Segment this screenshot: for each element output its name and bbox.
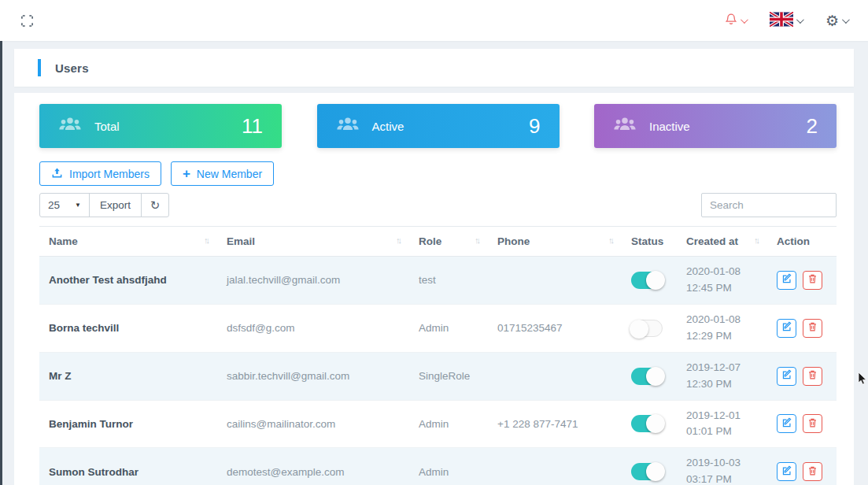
sort-icon[interactable]: ↑↓ [608, 235, 612, 245]
edit-user-button[interactable] [777, 271, 796, 290]
refresh-button[interactable]: ↻ [141, 193, 169, 217]
stat-label: Active [372, 120, 404, 133]
delete-user-button[interactable] [803, 319, 822, 338]
user-status-cell [622, 448, 677, 485]
collapsed-sidebar-strip [0, 0, 2, 485]
column-label: Status [631, 235, 663, 247]
page-size-select[interactable]: 25 ▼ [39, 193, 90, 217]
export-button[interactable]: Export [89, 193, 142, 217]
import-members-button[interactable]: Import Members [39, 161, 161, 186]
user-email-cell: dsfsdf@g.com [217, 304, 409, 352]
column-header-created[interactable]: Created at↑↓ [677, 227, 767, 257]
search-input[interactable] [701, 193, 837, 217]
edit-icon [781, 417, 792, 431]
users-table-body: Another Test ahsdfjahd jalal.techvill@gm… [39, 257, 837, 485]
new-member-label: New Member [197, 168, 262, 180]
delete-user-button[interactable] [803, 271, 822, 290]
delete-user-button[interactable] [803, 367, 822, 386]
bell-icon [725, 13, 737, 29]
table-row[interactable]: Benjamin Turnor cailins@mailinator.com A… [39, 400, 837, 448]
sort-icon[interactable]: ↑↓ [754, 235, 758, 245]
column-header-name[interactable]: Name↑↓ [39, 227, 217, 257]
new-member-button[interactable]: + New Member [171, 161, 274, 186]
created-date: 2019-12-07 [686, 360, 758, 376]
trash-icon [807, 273, 818, 287]
column-label: Phone [497, 235, 530, 247]
created-time: 12:30 PM [686, 376, 758, 393]
user-role-cell: test [409, 257, 488, 305]
sort-icon[interactable]: ↑↓ [396, 235, 400, 245]
user-role-cell: Admin [409, 400, 488, 448]
title-accent-bar [38, 59, 41, 76]
top-navbar: ⚙ [0, 0, 868, 41]
table-row[interactable]: Sumon Sutrodhar demotest@example.com Adm… [39, 448, 837, 485]
settings-dropdown[interactable]: ⚙ [826, 13, 848, 28]
user-action-cell [767, 257, 837, 305]
status-toggle[interactable] [631, 320, 663, 337]
stat-value: 9 [529, 114, 540, 139]
stat-card-active[interactable]: Active 9 [317, 104, 560, 148]
status-toggle[interactable] [631, 463, 663, 480]
column-header-email[interactable]: Email↑↓ [217, 227, 409, 257]
page-size-value: 25 [48, 199, 60, 211]
sort-icon[interactable]: ↑↓ [204, 235, 208, 245]
trash-icon [807, 321, 818, 335]
stat-card-total[interactable]: Total 11 [39, 104, 282, 148]
sort-icon[interactable]: ↑↓ [475, 235, 478, 245]
user-created-cell: 2019-12-07 12:30 PM [677, 352, 767, 400]
status-toggle[interactable] [631, 272, 663, 289]
table-row[interactable]: Mr Z sabbir.techvill@gmail.com SingleRol… [39, 352, 837, 400]
notifications-dropdown[interactable] [725, 13, 746, 29]
edit-user-button[interactable] [777, 462, 796, 481]
member-actions-row: Import Members + New Member [39, 161, 837, 186]
language-dropdown[interactable] [770, 12, 802, 30]
status-toggle[interactable] [631, 368, 663, 385]
user-phone-cell [488, 352, 622, 400]
table-controls-row: 25 ▼ Export ↻ [39, 193, 837, 217]
user-role-cell: Admin [409, 304, 488, 352]
export-label: Export [100, 199, 131, 211]
user-created-cell: 2020-01-08 12:45 PM [677, 257, 767, 305]
user-action-cell [767, 448, 837, 485]
user-role-cell: Admin [409, 448, 488, 485]
user-status-cell [622, 257, 677, 305]
users-group-icon [336, 116, 360, 136]
user-name-cell: Borna techvill [39, 304, 217, 352]
user-name-cell: Another Test ahsdfjahd [39, 257, 217, 305]
edit-user-button[interactable] [777, 319, 796, 338]
user-name-cell: Benjamin Turnor [39, 400, 217, 448]
trash-icon [807, 465, 818, 479]
user-status-cell [622, 352, 677, 400]
fullscreen-icon[interactable] [20, 14, 34, 28]
chevron-down-icon [842, 16, 850, 24]
user-action-cell [767, 352, 837, 400]
edit-icon [781, 369, 792, 383]
table-row[interactable]: Another Test ahsdfjahd jalal.techvill@gm… [39, 257, 837, 305]
stat-value: 2 [807, 114, 818, 139]
user-phone-cell [488, 257, 622, 305]
upload-icon [51, 167, 63, 181]
column-header-phone[interactable]: Phone↑↓ [488, 227, 622, 257]
status-toggle[interactable] [631, 415, 663, 432]
toggle-knob [646, 367, 665, 386]
user-email-cell: demotest@example.com [217, 448, 409, 485]
delete-user-button[interactable] [803, 462, 822, 481]
column-label: Created at [686, 235, 738, 247]
edit-user-button[interactable] [777, 367, 796, 386]
user-status-cell [622, 304, 677, 352]
table-header-row: Name↑↓Email↑↓Role↑↓Phone↑↓StatusCreated … [39, 227, 837, 257]
stat-label: Total [94, 120, 120, 133]
user-action-cell [767, 400, 837, 448]
stats-row: Total 11 Active 9 [39, 104, 837, 148]
created-date: 2020-01-08 [686, 312, 758, 328]
stat-card-inactive[interactable]: Inactive 2 [594, 104, 837, 148]
content-card: Total 11 Active 9 [14, 93, 854, 485]
table-row[interactable]: Borna techvill dsfsdf@g.com Admin 017152… [39, 304, 837, 352]
created-time: 12:29 PM [686, 328, 758, 345]
user-status-cell [622, 400, 677, 448]
user-phone-cell [488, 448, 622, 485]
edit-user-button[interactable] [777, 414, 796, 433]
page-title: Users [55, 61, 89, 75]
column-header-role[interactable]: Role↑↓ [409, 227, 488, 257]
delete-user-button[interactable] [803, 414, 822, 433]
